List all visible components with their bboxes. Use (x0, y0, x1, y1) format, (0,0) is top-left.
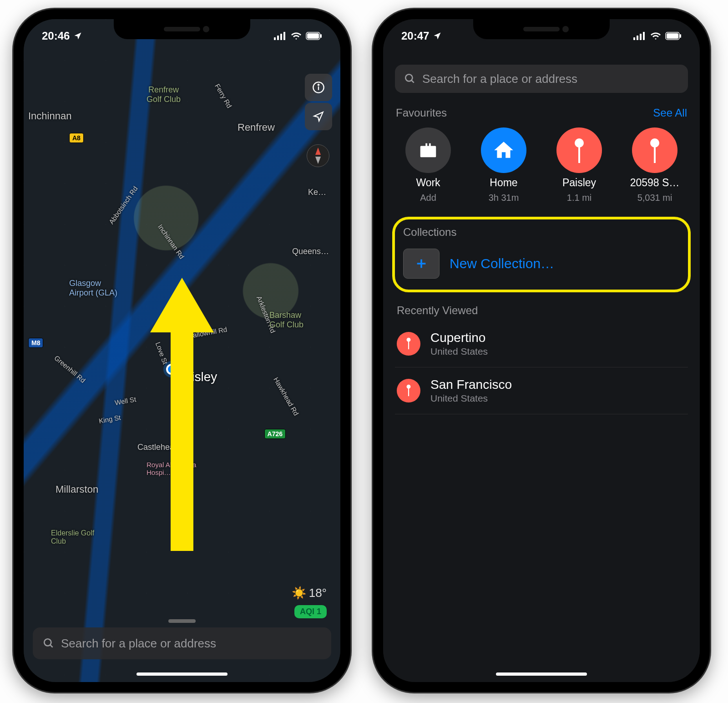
favourite-name: Home (490, 177, 517, 189)
favourite-item[interactable]: 20598 S…5,031 mi (622, 127, 688, 203)
see-all-link[interactable]: See All (653, 107, 687, 119)
svg-line-11 (50, 645, 52, 647)
road-badge-a726: A726 (264, 429, 286, 439)
svg-point-20 (405, 74, 412, 81)
recent-item[interactable]: CupertinoUnited States (395, 321, 688, 367)
notch (114, 19, 250, 39)
recent-title: San Francisco (430, 377, 512, 392)
svg-point-9 (318, 84, 319, 85)
location-services-icon (73, 31, 82, 41)
phone-right: 20:47 (373, 9, 710, 692)
weather-widget[interactable]: ☀️ 18° (292, 586, 327, 600)
svg-rect-2 (280, 34, 282, 40)
weather-temp: 18° (309, 586, 327, 600)
status-time: 20:47 (401, 30, 429, 42)
search-icon (404, 73, 416, 85)
favourite-icon (556, 127, 602, 173)
favourite-name: 20598 S… (630, 177, 680, 189)
svg-rect-31 (408, 388, 409, 397)
favourite-item[interactable]: Home3h 31m (470, 127, 537, 203)
svg-rect-14 (637, 36, 638, 40)
sun-icon: ☀️ (292, 586, 306, 600)
collections-heading: Collections (403, 226, 682, 239)
map-label: Renfrew (238, 122, 275, 133)
search-placeholder: Search for a place or address (422, 72, 577, 86)
favourite-icon (632, 127, 677, 173)
map-label: Queens… (292, 247, 329, 256)
recent-item[interactable]: San FranciscoUnited States (395, 367, 688, 414)
favourites-row[interactable]: WorkAddHome3h 31mPaisley1.1 mi20598 S…5,… (395, 127, 688, 203)
svg-line-21 (411, 80, 414, 82)
search-bar[interactable]: Search for a place or address (33, 627, 331, 659)
favourite-icon (481, 127, 526, 173)
wifi-icon (290, 32, 302, 40)
screen-left: 20:46 (24, 19, 340, 682)
new-collection-icon (403, 249, 440, 279)
aqi-badge[interactable]: AQI 1 (294, 605, 327, 618)
map-controls (305, 74, 332, 130)
svg-rect-18 (667, 33, 678, 39)
home-indicator[interactable] (136, 672, 228, 676)
svg-rect-29 (408, 341, 409, 350)
battery-icon (665, 32, 682, 40)
locate-me-button[interactable] (305, 103, 332, 130)
svg-rect-1 (277, 36, 279, 40)
svg-rect-19 (680, 34, 681, 38)
pin-icon (397, 379, 420, 402)
favourite-subtitle: Add (420, 193, 436, 203)
map-label: Glasgow Airport (GLA) (69, 279, 117, 298)
favourites-heading: Favourites (396, 107, 447, 119)
new-collection-label: New Collection… (450, 256, 554, 271)
svg-point-30 (407, 385, 411, 389)
recent-title: Cupertino (430, 331, 488, 345)
svg-point-28 (407, 338, 411, 342)
cellular-icon (274, 32, 287, 40)
collections-highlight-annotation: Collections New Collection… (392, 217, 691, 292)
road-badge-a8: A8 (69, 133, 84, 143)
search-icon (43, 637, 55, 649)
favourite-item[interactable]: Paisley1.1 mi (546, 127, 612, 203)
svg-point-22 (575, 138, 584, 148)
svg-rect-16 (643, 32, 645, 40)
screen-right: 20:47 (383, 19, 700, 682)
svg-rect-6 (320, 34, 322, 38)
notch (473, 19, 610, 39)
new-collection-button[interactable]: New Collection… (401, 245, 682, 282)
status-time: 20:46 (42, 30, 70, 42)
pin-icon (397, 332, 420, 356)
svg-rect-5 (307, 33, 319, 39)
map-label: Millarston (56, 484, 98, 495)
svg-rect-25 (654, 147, 656, 163)
road-badge-m8: M8 (28, 338, 43, 348)
favourite-subtitle: 3h 31m (489, 193, 519, 203)
info-button[interactable] (305, 74, 332, 101)
search-placeholder: Search for a place or address (61, 637, 216, 651)
map-label: Inchinnan (28, 110, 71, 122)
map-label: Renfrew Golf Club (147, 85, 181, 104)
favourite-subtitle: 5,031 mi (637, 193, 672, 203)
favourite-item[interactable]: WorkAdd (395, 127, 461, 203)
favourite-name: Paisley (562, 177, 596, 189)
favourite-name: Work (416, 177, 440, 189)
recently-viewed-heading: Recently Viewed (397, 304, 688, 317)
home-indicator[interactable] (496, 672, 587, 676)
svg-rect-0 (274, 37, 276, 40)
favourite-subtitle: 1.1 mi (567, 193, 592, 203)
location-services-icon (433, 31, 442, 41)
wifi-icon (650, 32, 662, 40)
sheet-drag-handle[interactable] (168, 619, 196, 623)
map-label: Ke… (308, 188, 326, 197)
svg-point-24 (650, 138, 659, 148)
cellular-icon (633, 32, 646, 40)
battery-icon (306, 32, 322, 40)
compass-icon[interactable] (307, 144, 329, 167)
svg-marker-12 (150, 278, 214, 551)
phone-left: 20:46 (14, 9, 350, 692)
swipe-up-arrow-annotation (150, 278, 214, 551)
svg-rect-23 (578, 147, 580, 163)
search-bar[interactable]: Search for a place or address (395, 65, 688, 93)
recent-subtitle: United States (430, 393, 512, 404)
recent-subtitle: United States (430, 346, 488, 357)
map-label: Barshaw Golf Club (269, 311, 303, 330)
svg-point-10 (44, 639, 51, 646)
